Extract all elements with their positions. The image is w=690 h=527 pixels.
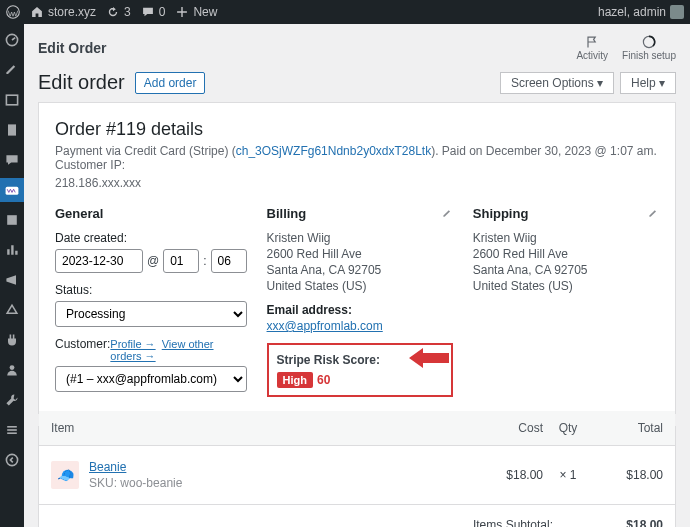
- order-totals: Items Subtotal:$18.00 Order Total:$18.00…: [39, 505, 675, 527]
- hour-input[interactable]: [163, 249, 199, 273]
- svg-rect-8: [7, 429, 17, 431]
- flag-icon: [584, 34, 600, 50]
- svg-rect-2: [6, 95, 17, 105]
- status-select[interactable]: Processing: [55, 301, 247, 327]
- dashboard-icon[interactable]: [4, 32, 20, 48]
- screen-options-button[interactable]: Screen Options ▾: [500, 72, 614, 94]
- finish-setup-button[interactable]: Finish setup: [622, 34, 676, 61]
- charge-link[interactable]: ch_3OSjWZFg61Ndnb2y0xdxT28Ltk: [236, 144, 431, 158]
- page-title: Edit order: [38, 71, 125, 94]
- help-button[interactable]: Help ▾: [620, 72, 676, 94]
- admin-bar: store.xyz 3 0 New hazel, admin: [0, 0, 690, 24]
- customer-ip: 218.186.xxx.xxx: [55, 176, 659, 190]
- payment-line: Payment via Credit Card (Stripe) (ch_3OS…: [55, 144, 659, 172]
- new-link[interactable]: New: [175, 5, 217, 19]
- billing-column: Billing Kristen Wiig 2600 Red Hill Ave S…: [267, 206, 453, 397]
- pages-icon[interactable]: [4, 122, 20, 138]
- edit-shipping-icon[interactable]: [647, 206, 659, 218]
- site-link[interactable]: store.xyz: [30, 5, 96, 19]
- shipping-column: Shipping Kristen Wiig 2600 Red Hill Ave …: [473, 206, 659, 397]
- comment-icon: [141, 5, 155, 19]
- activity-button[interactable]: Activity: [576, 34, 608, 61]
- refresh-icon: [106, 5, 120, 19]
- product-thumb: 🧢: [51, 461, 79, 489]
- add-order-button[interactable]: Add order: [135, 72, 206, 94]
- users-icon[interactable]: [4, 362, 20, 378]
- comments-menu-icon[interactable]: [4, 152, 20, 168]
- customer-select[interactable]: (#1 – xxx@appfromlab.com): [55, 366, 247, 392]
- callout-arrow-icon: [409, 345, 449, 374]
- content-area: Edit Order Activity Finish setup Edit or…: [24, 24, 690, 527]
- items-header: Item Cost Qty Total: [39, 411, 675, 446]
- order-details-panel: Order #119 details Payment via Credit Ca…: [38, 102, 676, 414]
- tools-icon[interactable]: [4, 392, 20, 408]
- svg-rect-9: [7, 432, 17, 434]
- updates-link[interactable]: 3: [106, 5, 131, 19]
- svg-point-10: [6, 454, 17, 465]
- plus-icon: [175, 5, 189, 19]
- svg-rect-7: [7, 426, 17, 428]
- settings-icon[interactable]: [4, 422, 20, 438]
- media-icon[interactable]: [4, 92, 20, 108]
- woocommerce-icon[interactable]: [0, 178, 24, 202]
- risk-level-badge: High: [277, 372, 313, 388]
- progress-circle-icon: [641, 34, 657, 50]
- products-icon[interactable]: [4, 212, 20, 228]
- general-column: General Date created: @ : Status: Proces…: [55, 206, 247, 397]
- profile-link[interactable]: Profile →: [110, 338, 155, 350]
- svg-rect-5: [7, 215, 17, 225]
- posts-icon[interactable]: [4, 62, 20, 78]
- home-icon: [30, 5, 44, 19]
- order-title: Order #119 details: [55, 119, 659, 140]
- items-panel: Item Cost Qty Total 🧢 Beanie SKU: woo-be…: [38, 426, 676, 527]
- appearance-icon[interactable]: [4, 302, 20, 318]
- comments-link[interactable]: 0: [141, 5, 166, 19]
- svg-rect-3: [8, 124, 16, 135]
- svg-point-6: [10, 365, 15, 370]
- plugins-icon[interactable]: [4, 332, 20, 348]
- collapse-icon[interactable]: [4, 452, 20, 468]
- edit-billing-icon[interactable]: [441, 206, 453, 218]
- page-header: Edit Order: [38, 40, 106, 56]
- user-greeting[interactable]: hazel, admin: [598, 5, 684, 19]
- stripe-risk-box: Stripe Risk Score: High60: [267, 343, 453, 397]
- line-item: 🧢 Beanie SKU: woo-beanie $18.00 × 1 $18.…: [39, 446, 675, 505]
- admin-sidemenu: [0, 24, 24, 527]
- date-input[interactable]: [55, 249, 143, 273]
- billing-email-link[interactable]: xxx@appfromlab.com: [267, 319, 383, 333]
- wp-logo-icon[interactable]: [6, 5, 20, 19]
- analytics-icon[interactable]: [4, 242, 20, 258]
- risk-score: 60: [317, 373, 330, 387]
- marketing-icon[interactable]: [4, 272, 20, 288]
- product-link[interactable]: Beanie: [89, 460, 126, 474]
- avatar: [670, 5, 684, 19]
- minute-input[interactable]: [211, 249, 247, 273]
